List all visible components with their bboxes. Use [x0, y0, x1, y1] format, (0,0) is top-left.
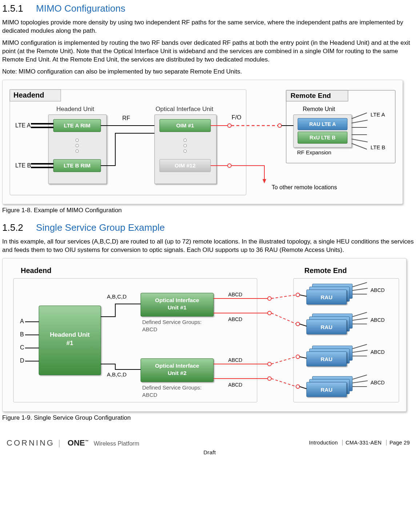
svg-line-76	[300, 324, 307, 326]
label: To other remote locations	[272, 184, 337, 190]
label: ABCD	[228, 357, 243, 363]
label: RF Expansion	[297, 149, 331, 155]
svg-line-67	[352, 288, 368, 290]
label: Optical Interface Unit	[156, 106, 213, 112]
label: OIM #1	[176, 122, 194, 128]
svg-line-74	[352, 318, 368, 320]
svg-point-48	[268, 297, 271, 300]
svg-point-60	[296, 355, 300, 359]
label: RAU	[321, 324, 333, 330]
label: RxU LTE B	[309, 135, 335, 141]
svg-line-66	[352, 282, 367, 287]
label: ABCD	[371, 349, 385, 355]
label: ABCD	[228, 382, 243, 388]
section-number: 1.5.2	[2, 222, 23, 233]
page-footer: CORNING | ONE™ Wireless Platform Introdu…	[2, 435, 417, 461]
label: ABCD	[371, 380, 385, 385]
draft-label: Draft	[7, 449, 413, 456]
svg-point-24	[278, 124, 281, 127]
label: ABCD	[142, 326, 157, 332]
label: LTE A	[15, 122, 31, 128]
svg-line-69	[300, 295, 307, 296]
rau-group: RAU ABCD	[300, 312, 385, 334]
label: Remote Unit	[303, 106, 335, 112]
svg-point-15	[184, 139, 187, 142]
svg-point-56	[296, 293, 300, 297]
label: Remote End	[291, 92, 331, 99]
label: Headend	[21, 266, 51, 274]
svg-point-22	[228, 164, 231, 167]
rau-group: RAU ABCD	[300, 282, 385, 304]
label: ABCD	[228, 316, 243, 322]
svg-line-57	[271, 313, 296, 324]
svg-point-62	[296, 385, 300, 388]
svg-line-55	[271, 295, 296, 298]
svg-line-31	[352, 120, 368, 123]
svg-line-87	[352, 375, 367, 379]
svg-point-52	[268, 362, 271, 366]
label: Optical Interface	[155, 363, 199, 369]
paragraph: In this example, all four services (A,B,…	[2, 238, 417, 254]
brand-logo: CORNING | ONE™ Wireless Platform	[7, 438, 139, 448]
label: Unit #2	[168, 370, 187, 376]
svg-line-83	[300, 357, 307, 358]
label: ABCD	[142, 392, 157, 398]
svg-marker-37	[263, 179, 266, 183]
figure-caption: Figure 1-8. Example of MIMO Configuratio…	[2, 206, 417, 215]
svg-point-50	[268, 311, 271, 315]
svg-point-4	[76, 139, 79, 142]
svg-line-73	[352, 312, 367, 317]
label: Defined Service Groups:	[142, 319, 201, 325]
svg-line-59	[271, 357, 296, 364]
label: Headend	[13, 91, 44, 99]
svg-line-81	[352, 350, 368, 352]
footer-meta: Introduction CMA-331-AEN Page 29	[309, 439, 413, 447]
label: RAU	[321, 387, 333, 393]
section-title: MIMO Configurations	[36, 3, 125, 14]
svg-point-5	[76, 144, 79, 147]
svg-line-30	[352, 113, 367, 119]
label: A	[20, 318, 24, 324]
label: RAU	[321, 294, 333, 300]
label: LTE B	[15, 162, 31, 169]
label: A,B,C,D	[107, 371, 127, 377]
label: RAU LTE A	[309, 121, 336, 127]
section-title: Single Service Group Example	[36, 222, 165, 233]
svg-point-16	[184, 144, 187, 147]
label: Defined Service Groups:	[142, 384, 201, 391]
label: A,B,C,D	[107, 293, 127, 300]
figure-1-9-diagram: Headend Remote End Headend Unit #1 A B C…	[2, 258, 407, 412]
label: RF	[122, 115, 130, 121]
svg-point-58	[296, 322, 300, 326]
heading-1-5-2: 1.5.2 Single Service Group Example	[2, 221, 417, 234]
svg-line-61	[271, 379, 296, 387]
section-number: 1.5.1	[2, 3, 23, 14]
label: RAU	[321, 356, 333, 362]
label: OIM #12	[175, 162, 196, 169]
paragraph: MIMO topologies provide more density by …	[2, 19, 417, 35]
paragraph: Note: MIMO configuration can also be imp…	[2, 68, 417, 76]
label: D	[20, 357, 24, 364]
label: B	[20, 331, 24, 337]
label: F/O	[232, 114, 241, 120]
svg-line-80	[352, 344, 367, 349]
paragraph: MIMO configuration is implemented by rou…	[2, 39, 417, 64]
label: Headend Unit	[50, 331, 90, 338]
label: ABCD	[371, 317, 385, 323]
label: Optical Interface	[155, 297, 199, 303]
svg-line-90	[300, 387, 307, 389]
heading-1-5-1: 1.5.1 MIMO Configurations	[2, 2, 417, 15]
label: Remote End	[304, 266, 347, 274]
label: LTE A RIM	[64, 122, 91, 128]
label: LTE B RIM	[64, 162, 91, 169]
label: ABCD	[371, 287, 385, 293]
rau-group: RAU ABCD	[300, 375, 385, 397]
svg-line-34	[352, 139, 368, 142]
svg-line-88	[352, 381, 368, 383]
svg-point-6	[76, 150, 79, 153]
label: Headend Unit	[56, 106, 94, 112]
label: #1	[67, 340, 73, 347]
svg-point-20	[228, 124, 231, 127]
figure-1-8-diagram: Headend Headend Unit LTE A RIM LTE B RIM…	[2, 80, 403, 204]
figure-caption: Figure 1-9. Single Service Group Configu…	[2, 414, 417, 422]
